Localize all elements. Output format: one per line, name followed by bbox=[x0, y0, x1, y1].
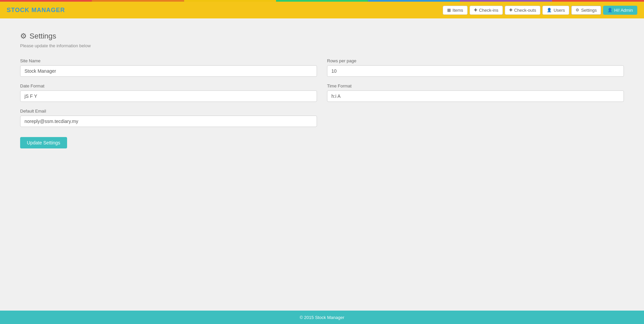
form-submit-row: Update Settings bbox=[20, 134, 624, 148]
items-icon: ▦ bbox=[447, 8, 451, 12]
users-icon: 👤 bbox=[547, 8, 552, 12]
default-email-label: Default Email bbox=[20, 109, 317, 114]
date-format-group: Date Format bbox=[20, 83, 317, 102]
checkouts-icon: ✚ bbox=[509, 8, 513, 12]
footer-text: © 2015 Stock Manager bbox=[300, 315, 344, 320]
time-format-group: Time Format bbox=[327, 83, 624, 102]
nav-menu: ▦ Items ✚ Check-ins ✚ Check-outs 👤 Users… bbox=[443, 6, 637, 15]
time-format-input[interactable] bbox=[327, 90, 624, 102]
rows-per-page-group: Rows per page bbox=[327, 58, 624, 77]
settings-form: Site Name Rows per page Date Format Time… bbox=[20, 58, 624, 148]
rows-per-page-label: Rows per page bbox=[327, 58, 624, 63]
nav-users-label: Users bbox=[553, 8, 565, 13]
date-format-label: Date Format bbox=[20, 83, 317, 88]
site-name-label: Site Name bbox=[20, 58, 317, 63]
page-title-icon: ⚙ bbox=[20, 32, 27, 41]
date-format-input[interactable] bbox=[20, 90, 317, 102]
form-row-2: Date Format Time Format bbox=[20, 83, 624, 102]
nav-items-label: Items bbox=[452, 8, 463, 13]
brand-logo: STOCK MANAGER bbox=[7, 7, 65, 14]
update-settings-button[interactable]: Update Settings bbox=[20, 137, 67, 148]
user-label: Hi! Admin bbox=[614, 8, 633, 13]
nav-checkouts-label: Check-outs bbox=[514, 8, 536, 13]
form-row-1: Site Name Rows per page bbox=[20, 58, 624, 77]
nav-settings-button[interactable]: ⚙ Settings bbox=[571, 6, 601, 15]
settings-icon: ⚙ bbox=[576, 8, 579, 12]
site-name-input[interactable] bbox=[20, 65, 317, 77]
page-header: ⚙ Settings Please update the information… bbox=[20, 32, 624, 48]
default-email-input[interactable] bbox=[20, 116, 317, 127]
nav-checkins-button[interactable]: ✚ Check-ins bbox=[470, 6, 503, 15]
form-row-3: Default Email bbox=[20, 109, 624, 127]
nav-items-button[interactable]: ▦ Items bbox=[443, 6, 468, 15]
nav-checkouts-button[interactable]: ✚ Check-outs bbox=[505, 6, 541, 15]
time-format-label: Time Format bbox=[327, 83, 624, 88]
rows-per-page-input[interactable] bbox=[327, 65, 624, 77]
page-subtitle: Please update the information below bbox=[20, 43, 624, 48]
page-title: ⚙ Settings bbox=[20, 32, 624, 41]
checkins-icon: ✚ bbox=[474, 8, 477, 12]
nav-settings-label: Settings bbox=[581, 8, 597, 13]
main-content: ⚙ Settings Please update the information… bbox=[0, 18, 644, 311]
navbar: STOCK MANAGER ▦ Items ✚ Check-ins ✚ Chec… bbox=[0, 2, 644, 18]
site-name-group: Site Name bbox=[20, 58, 317, 77]
default-email-group: Default Email bbox=[20, 109, 317, 127]
footer: © 2015 Stock Manager bbox=[0, 311, 644, 324]
user-menu-button[interactable]: 👤 Hi! Admin bbox=[603, 6, 637, 15]
nav-users-button[interactable]: 👤 Users bbox=[542, 6, 569, 15]
user-icon: 👤 bbox=[607, 8, 612, 12]
nav-checkins-label: Check-ins bbox=[479, 8, 498, 13]
